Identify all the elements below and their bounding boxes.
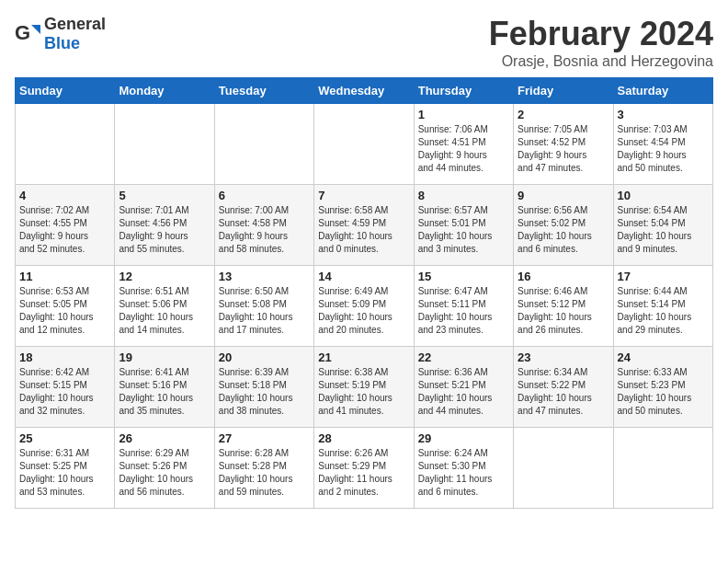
header-day-friday: Friday	[514, 78, 613, 104]
day-number: 8	[418, 189, 509, 202]
day-info: Sunrise: 6:26 AM Sunset: 5:29 PM Dayligh…	[318, 447, 409, 499]
day-number: 26	[119, 431, 210, 445]
day-info: Sunrise: 6:44 AM Sunset: 5:14 PM Dayligh…	[618, 285, 709, 337]
day-info: Sunrise: 6:47 AM Sunset: 5:11 PM Dayligh…	[418, 285, 509, 337]
day-info: Sunrise: 6:46 AM Sunset: 5:12 PM Dayligh…	[518, 285, 609, 337]
day-info: Sunrise: 7:05 AM Sunset: 4:52 PM Dayligh…	[518, 123, 609, 175]
day-info: Sunrise: 7:02 AM Sunset: 4:55 PM Dayligh…	[19, 204, 110, 256]
day-info: Sunrise: 7:01 AM Sunset: 4:56 PM Dayligh…	[119, 204, 210, 256]
calendar-cell: 22Sunrise: 6:36 AM Sunset: 5:21 PM Dayli…	[414, 347, 513, 428]
day-number: 19	[119, 350, 210, 364]
day-info: Sunrise: 7:03 AM Sunset: 4:54 PM Dayligh…	[618, 123, 709, 175]
day-number: 18	[19, 350, 110, 364]
calendar-cell: 25Sunrise: 6:31 AM Sunset: 5:25 PM Dayli…	[16, 428, 115, 509]
header-day-saturday: Saturday	[613, 78, 712, 104]
calendar-cell: 16Sunrise: 6:46 AM Sunset: 5:12 PM Dayli…	[514, 266, 613, 347]
page-header: G General Blue February 2024 Orasje, Bos…	[15, 15, 713, 70]
calendar-cell: 28Sunrise: 6:26 AM Sunset: 5:29 PM Dayli…	[314, 428, 414, 509]
calendar-cell: 3Sunrise: 7:03 AM Sunset: 4:54 PM Daylig…	[613, 104, 712, 185]
day-number: 10	[618, 189, 709, 202]
day-number: 4	[19, 189, 110, 202]
day-number: 27	[219, 431, 310, 445]
calendar-cell: 20Sunrise: 6:39 AM Sunset: 5:18 PM Dayli…	[214, 347, 313, 428]
header-day-tuesday: Tuesday	[214, 78, 313, 104]
day-info: Sunrise: 7:00 AM Sunset: 4:58 PM Dayligh…	[219, 204, 310, 256]
week-row-1: 1Sunrise: 7:06 AM Sunset: 4:51 PM Daylig…	[16, 104, 713, 185]
calendar-cell: 7Sunrise: 6:58 AM Sunset: 4:59 PM Daylig…	[314, 185, 414, 266]
day-info: Sunrise: 6:57 AM Sunset: 5:01 PM Dayligh…	[418, 204, 509, 256]
calendar-cell	[514, 428, 613, 509]
title-section: February 2024 Orasje, Bosnia and Herzego…	[489, 15, 713, 70]
day-number: 22	[418, 350, 509, 364]
day-info: Sunrise: 6:51 AM Sunset: 5:06 PM Dayligh…	[119, 285, 210, 337]
day-number: 11	[19, 270, 110, 283]
calendar-cell	[115, 104, 214, 185]
week-row-5: 25Sunrise: 6:31 AM Sunset: 5:25 PM Dayli…	[16, 428, 713, 509]
day-number: 20	[219, 350, 310, 364]
logo-blue: Blue	[44, 34, 80, 52]
day-number: 24	[618, 350, 709, 364]
day-info: Sunrise: 6:56 AM Sunset: 5:02 PM Dayligh…	[518, 204, 609, 256]
day-number: 2	[518, 108, 609, 121]
calendar-cell: 18Sunrise: 6:42 AM Sunset: 5:15 PM Dayli…	[16, 347, 115, 428]
calendar-cell: 10Sunrise: 6:54 AM Sunset: 5:04 PM Dayli…	[613, 185, 712, 266]
day-number: 9	[518, 189, 609, 202]
day-number: 17	[618, 270, 709, 283]
svg-marker-1	[31, 25, 40, 34]
calendar-cell	[16, 104, 115, 185]
calendar-cell: 14Sunrise: 6:49 AM Sunset: 5:09 PM Dayli…	[314, 266, 414, 347]
day-number: 16	[518, 270, 609, 283]
day-number: 23	[518, 350, 609, 364]
header-day-monday: Monday	[115, 78, 214, 104]
day-info: Sunrise: 6:58 AM Sunset: 4:59 PM Dayligh…	[318, 204, 409, 256]
calendar-cell: 12Sunrise: 6:51 AM Sunset: 5:06 PM Dayli…	[115, 266, 214, 347]
calendar-cell: 29Sunrise: 6:24 AM Sunset: 5:30 PM Dayli…	[414, 428, 513, 509]
calendar-cell	[214, 104, 313, 185]
header-day-thursday: Thursday	[414, 78, 513, 104]
calendar-cell: 9Sunrise: 6:56 AM Sunset: 5:02 PM Daylig…	[514, 185, 613, 266]
week-row-3: 11Sunrise: 6:53 AM Sunset: 5:05 PM Dayli…	[16, 266, 713, 347]
day-info: Sunrise: 6:49 AM Sunset: 5:09 PM Dayligh…	[318, 285, 409, 337]
day-number: 25	[19, 431, 110, 445]
day-info: Sunrise: 6:42 AM Sunset: 5:15 PM Dayligh…	[19, 366, 110, 418]
day-number: 12	[119, 270, 210, 283]
calendar-cell: 11Sunrise: 6:53 AM Sunset: 5:05 PM Dayli…	[16, 266, 115, 347]
day-info: Sunrise: 6:33 AM Sunset: 5:23 PM Dayligh…	[618, 366, 709, 418]
header-day-wednesday: Wednesday	[314, 78, 414, 104]
logo-text: General Blue	[44, 15, 106, 53]
calendar-cell: 13Sunrise: 6:50 AM Sunset: 5:08 PM Dayli…	[214, 266, 313, 347]
calendar-cell: 5Sunrise: 7:01 AM Sunset: 4:56 PM Daylig…	[115, 185, 214, 266]
day-number: 29	[418, 431, 509, 445]
month-title: February 2024	[489, 15, 713, 53]
day-number: 7	[318, 189, 409, 202]
svg-text:G: G	[15, 21, 30, 44]
calendar-cell: 21Sunrise: 6:38 AM Sunset: 5:19 PM Dayli…	[314, 347, 414, 428]
day-number: 6	[219, 189, 310, 202]
day-number: 1	[418, 108, 509, 121]
day-number: 3	[618, 108, 709, 121]
day-info: Sunrise: 6:50 AM Sunset: 5:08 PM Dayligh…	[219, 285, 310, 337]
day-number: 14	[318, 270, 409, 283]
day-info: Sunrise: 6:29 AM Sunset: 5:26 PM Dayligh…	[119, 447, 210, 499]
day-info: Sunrise: 6:53 AM Sunset: 5:05 PM Dayligh…	[19, 285, 110, 337]
logo-general: General	[44, 15, 106, 33]
day-number: 28	[318, 431, 409, 445]
calendar-cell: 24Sunrise: 6:33 AM Sunset: 5:23 PM Dayli…	[613, 347, 712, 428]
day-info: Sunrise: 6:31 AM Sunset: 5:25 PM Dayligh…	[19, 447, 110, 499]
week-row-4: 18Sunrise: 6:42 AM Sunset: 5:15 PM Dayli…	[16, 347, 713, 428]
calendar-cell: 8Sunrise: 6:57 AM Sunset: 5:01 PM Daylig…	[414, 185, 513, 266]
calendar-table: SundayMondayTuesdayWednesdayThursdayFrid…	[15, 77, 713, 509]
calendar-cell: 4Sunrise: 7:02 AM Sunset: 4:55 PM Daylig…	[16, 185, 115, 266]
day-info: Sunrise: 6:39 AM Sunset: 5:18 PM Dayligh…	[219, 366, 310, 418]
calendar-cell	[613, 428, 712, 509]
calendar-cell: 1Sunrise: 7:06 AM Sunset: 4:51 PM Daylig…	[414, 104, 513, 185]
calendar-cell: 23Sunrise: 6:34 AM Sunset: 5:22 PM Dayli…	[514, 347, 613, 428]
calendar-cell	[314, 104, 414, 185]
calendar-header: SundayMondayTuesdayWednesdayThursdayFrid…	[16, 78, 713, 104]
calendar-cell: 6Sunrise: 7:00 AM Sunset: 4:58 PM Daylig…	[214, 185, 313, 266]
header-row: SundayMondayTuesdayWednesdayThursdayFrid…	[16, 78, 713, 104]
day-number: 5	[119, 189, 210, 202]
day-info: Sunrise: 6:34 AM Sunset: 5:22 PM Dayligh…	[518, 366, 609, 418]
calendar-cell: 19Sunrise: 6:41 AM Sunset: 5:16 PM Dayli…	[115, 347, 214, 428]
calendar-cell: 2Sunrise: 7:05 AM Sunset: 4:52 PM Daylig…	[514, 104, 613, 185]
